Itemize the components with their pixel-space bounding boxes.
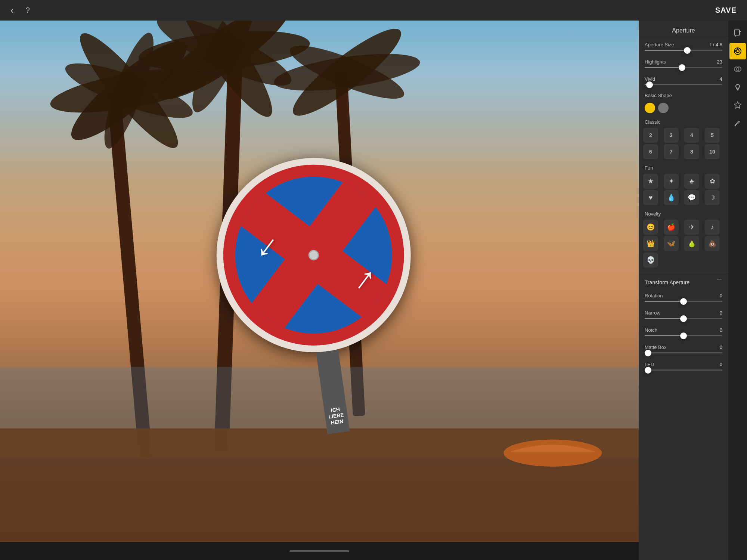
novelty-shape-music[interactable]: ♪ bbox=[705, 220, 720, 235]
highlights-slider-track[interactable] bbox=[645, 67, 722, 68]
filter-icon-button[interactable] bbox=[729, 61, 746, 77]
classic-shape-2[interactable]: 2 bbox=[643, 128, 658, 143]
led-label: LED bbox=[645, 362, 654, 367]
fun-shape-club[interactable]: ♣ bbox=[684, 174, 699, 189]
narrow-value: 0 bbox=[720, 310, 722, 316]
sign-outer: ← → bbox=[204, 145, 423, 365]
matte-box-slider-thumb[interactable] bbox=[645, 350, 651, 356]
highlights-slider-fill bbox=[645, 67, 682, 68]
basic-shape-gray[interactable] bbox=[658, 103, 669, 113]
classic-section-label: Classic bbox=[639, 116, 728, 126]
narrow-slider-track[interactable] bbox=[645, 318, 722, 319]
classic-shape-10[interactable]: 10 bbox=[705, 144, 720, 159]
novelty-shape-apple[interactable]: 🍎 bbox=[664, 220, 679, 235]
star-icon bbox=[734, 101, 742, 109]
rotation-slider-track[interactable] bbox=[645, 301, 722, 302]
basic-shape-row bbox=[639, 100, 728, 116]
novelty-shape-plane[interactable]: ✈ bbox=[684, 220, 699, 235]
filter-icon bbox=[734, 65, 742, 73]
notch-control: Notch 0 bbox=[639, 324, 728, 341]
novelty-shape-skull[interactable]: 💀 bbox=[643, 253, 658, 267]
fun-shape-crescent[interactable]: ☽ bbox=[705, 190, 720, 205]
aperture-size-slider-fill bbox=[645, 50, 687, 51]
crop-icon-button[interactable] bbox=[729, 25, 746, 41]
favorite-icon-button[interactable] bbox=[729, 97, 746, 113]
sign-pole-text: ICH LIEBE HEIN bbox=[327, 406, 345, 427]
classic-shape-8[interactable]: 8 bbox=[684, 144, 699, 159]
sign-container: ← → ICH LIEBE HEIN bbox=[204, 145, 435, 446]
photo-area: ← → ICH LIEBE HEIN bbox=[0, 21, 639, 560]
matte-box-slider-track[interactable] bbox=[645, 352, 722, 353]
led-slider-track[interactable] bbox=[645, 369, 722, 371]
classic-shape-7[interactable]: 7 bbox=[664, 144, 679, 159]
aperture-icon-button[interactable] bbox=[729, 43, 746, 59]
svg-point-31 bbox=[736, 84, 740, 88]
novelty-shape-butterfly[interactable]: 🦋 bbox=[664, 236, 679, 251]
aperture-size-label-row: Aperture Size f / 4.8 bbox=[645, 42, 722, 47]
sign-pole: ICH LIEBE HEIN bbox=[316, 350, 350, 434]
highlights-label-row: Highlights 23 bbox=[645, 59, 722, 65]
aperture-size-label: Aperture Size bbox=[645, 42, 674, 47]
narrow-slider-thumb[interactable] bbox=[680, 315, 687, 322]
save-button[interactable]: SAVE bbox=[715, 6, 737, 15]
brush-icon-button[interactable] bbox=[729, 115, 746, 131]
matte-box-label-row: Matte Box 0 bbox=[645, 344, 722, 350]
fun-shape-heart[interactable]: ♥ bbox=[643, 190, 658, 205]
narrow-label: Narrow bbox=[645, 310, 660, 316]
section-divider bbox=[639, 272, 728, 272]
fun-shape-star[interactable]: ★ bbox=[643, 174, 658, 189]
aperture-size-slider-track[interactable] bbox=[645, 50, 722, 51]
classic-shape-4[interactable]: 4 bbox=[684, 128, 699, 143]
fun-shape-flower[interactable]: ✿ bbox=[705, 174, 720, 189]
rotation-slider-thumb[interactable] bbox=[680, 298, 687, 305]
vivid-label-row: Vivid 4 bbox=[645, 76, 722, 82]
fun-shape-bubble[interactable]: 💬 bbox=[684, 190, 699, 205]
light-icon-button[interactable] bbox=[729, 79, 746, 95]
svg-rect-20 bbox=[734, 30, 740, 35]
bottom-bar bbox=[0, 542, 639, 560]
matte-box-control: Matte Box 0 bbox=[639, 341, 728, 358]
novelty-shape-smiley[interactable]: 😊 bbox=[643, 220, 658, 235]
highlights-control: Highlights 23 bbox=[639, 55, 728, 72]
narrow-control: Narrow 0 bbox=[639, 306, 728, 324]
panel-title: Aperture bbox=[672, 27, 695, 34]
brush-icon bbox=[734, 119, 742, 127]
transform-aperture-label: Transform Aperture bbox=[645, 279, 689, 285]
svg-point-23 bbox=[734, 48, 741, 55]
novelty-shape-crown[interactable]: 👑 bbox=[643, 236, 658, 251]
notch-slider-thumb[interactable] bbox=[680, 332, 687, 339]
highlights-slider-thumb[interactable] bbox=[679, 64, 685, 71]
right-panel-wrapper: Aperture Aperture Size f / 4.8 Highlight… bbox=[639, 21, 747, 560]
vivid-slider-thumb[interactable] bbox=[646, 81, 653, 88]
scroll-indicator bbox=[289, 550, 349, 552]
help-button[interactable]: ? bbox=[26, 6, 30, 15]
crop-icon bbox=[734, 29, 742, 37]
main-content: ← → ICH LIEBE HEIN Aperture bbox=[0, 21, 747, 560]
novelty-shape-poop[interactable]: 💩 bbox=[705, 236, 720, 251]
right-panel: Aperture Aperture Size f / 4.8 Highlight… bbox=[639, 21, 728, 560]
notch-slider-fill bbox=[645, 335, 684, 336]
vivid-value: 4 bbox=[720, 76, 722, 82]
classic-shape-3[interactable]: 3 bbox=[664, 128, 679, 143]
basic-shape-yellow[interactable] bbox=[645, 103, 655, 113]
notch-slider-track[interactable] bbox=[645, 335, 722, 336]
classic-shape-5[interactable]: 5 bbox=[705, 128, 720, 143]
fun-shape-sparkle[interactable]: ✦ bbox=[664, 174, 679, 189]
notch-value: 0 bbox=[720, 327, 722, 333]
fun-shape-drop[interactable]: 💧 bbox=[664, 190, 679, 205]
novelty-shape-pear[interactable]: 🍐 bbox=[684, 236, 699, 251]
back-icon: ‹ bbox=[10, 4, 14, 16]
side-icons bbox=[728, 21, 747, 560]
highlights-label: Highlights bbox=[645, 59, 666, 65]
led-slider-thumb[interactable] bbox=[645, 367, 651, 374]
back-button[interactable]: ‹ bbox=[10, 4, 14, 16]
rotation-slider-fill bbox=[645, 301, 684, 302]
top-bar-left: ‹ ? bbox=[10, 4, 30, 16]
transform-aperture-icon[interactable]: ⌒ bbox=[716, 278, 722, 286]
classic-shape-6[interactable]: 6 bbox=[643, 144, 658, 159]
photo-placeholder: ← → ICH LIEBE HEIN bbox=[0, 21, 639, 560]
top-bar: ‹ ? SAVE bbox=[0, 0, 747, 21]
matte-box-value: 0 bbox=[720, 344, 722, 350]
vivid-slider-track[interactable] bbox=[645, 84, 722, 85]
aperture-size-slider-thumb[interactable] bbox=[684, 47, 691, 54]
